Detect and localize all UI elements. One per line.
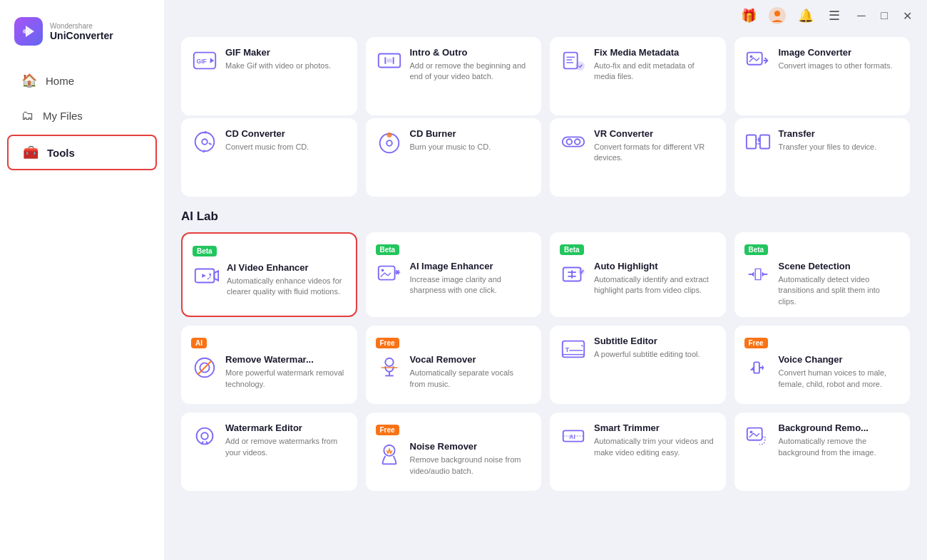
subtitle-editor-desc: A powerful subtitle editing tool. [594,349,716,360]
tool-ai-image-enhancer[interactable]: Beta AI Image Enhancer [366,232,542,317]
vr-converter-icon [560,128,587,155]
maximize-button[interactable]: □ [876,7,893,24]
voice-changer-desc: Convert human voices to male, female, ch… [779,368,901,390]
svg-point-17 [567,139,573,145]
tool-voice-changer[interactable]: Free Voice Changer Convert human voices … [734,326,911,404]
fix-metadata-icon [560,47,587,74]
tool-ai-video-enhancer[interactable]: Beta AI Video Enhancer Automatica [181,232,357,317]
scene-detection-title: Scene Detection [779,261,901,271]
ai-video-enhancer-desc: Automatically enhance videos for clearer… [227,276,346,298]
cd-burner-desc: Burn your music to CD. [410,142,532,152]
cd-converter-title: CD Converter [225,128,347,139]
tool-smart-trimmer[interactable]: AI Smart Trimmer Automatically trim your… [550,413,726,491]
svg-point-39 [749,431,752,434]
nav-tools[interactable]: 🧰 Tools [7,135,157,170]
svg-point-33 [197,428,213,445]
svg-rect-7 [386,58,392,63]
files-icon: 🗂 [21,108,34,123]
auto-highlight-desc: Automatically identify and extract highl… [594,274,716,296]
tool-noise-remover[interactable]: Free Noise Remover Remove backgro [366,413,542,491]
tool-fix-metadata[interactable]: Fix Media Metadata Auto-fix and edit met… [550,37,726,115]
svg-point-22 [209,274,211,276]
svg-point-34 [201,432,208,440]
nav-home-label: Home [46,75,74,87]
ai-lab-grid-row2: AI Remove Watermar... More powerful wate… [181,326,910,404]
svg-rect-32 [754,363,759,373]
brand-label: Wondershare [50,22,113,30]
svg-point-29 [385,358,393,366]
home-icon: 🏠 [21,73,37,88]
user-icon[interactable] [767,6,787,26]
ai-video-enhancer-icon [193,262,220,289]
transfer-desc: Transfer your files to device. [779,142,901,152]
ai-image-enhancer-title: AI Image Enhancer [410,261,532,271]
nav-home[interactable]: 🏠 Home [7,64,157,97]
noise-remover-title: Noise Remover [410,441,532,452]
tool-vr-converter[interactable]: VR Converter Convert formats for differe… [550,118,726,197]
gif-maker-title: GIF Maker [225,47,347,58]
smart-trimmer-icon: AI [560,422,587,450]
svg-point-18 [575,139,580,145]
close-button[interactable]: ✕ [898,7,916,24]
smart-trimmer-desc: Automatically trim your videos and make … [594,436,716,458]
tool-image-converter[interactable]: Image Converter Convert images to other … [734,37,911,115]
tool-vocal-remover[interactable]: Free Vocal Remover Automatically [366,326,542,404]
noise-remover-badge: Free [376,425,399,435]
tools-grid-row1: GIF GIF Maker Make Gif with video or pho… [181,37,910,115]
tool-scene-detection[interactable]: Beta Scene Detection Automaticall [734,232,911,317]
svg-point-1 [23,29,27,33]
tool-remove-watermark[interactable]: AI Remove Watermar... More powerful wate… [181,326,357,404]
image-converter-desc: Convert images to other formats. [779,61,901,71]
subtitle-editor-title: Subtitle Editor [594,336,716,346]
scene-detection-desc: Automatically detect video transitions a… [779,274,901,307]
tool-cd-burner[interactable]: CD Burner Burn your music to CD. [366,118,542,197]
ai-lab-grid-row1: Beta AI Video Enhancer Automatica [181,232,910,317]
nav-files-label: My Files [43,110,83,122]
vocal-remover-title: Vocal Remover [410,354,532,365]
scene-detection-icon [744,261,772,288]
svg-point-9 [576,62,584,70]
auto-highlight-badge: Beta [560,244,584,255]
gift-icon[interactable]: 🎁 [739,6,759,26]
gif-maker-icon: GIF [191,47,218,74]
vr-converter-desc: Convert formats for different VR devices… [594,142,716,164]
auto-highlight-icon [560,261,587,288]
tool-auto-highlight[interactable]: Beta Auto Highlight [550,232,726,317]
svg-text:AI: AI [569,433,575,440]
remove-watermark-title: Remove Watermar... [225,354,347,365]
vocal-remover-icon [376,354,403,381]
fix-metadata-title: Fix Media Metadata [594,47,716,58]
tool-background-remove[interactable]: Background Remo... Automatically remove … [734,413,911,491]
minimize-button[interactable]: ─ [853,7,870,24]
auto-highlight-title: Auto Highlight [594,261,716,271]
tool-subtitle-editor[interactable]: T Subtitle Editor A powerful subtitle ed… [550,326,726,404]
tool-intro-outro[interactable]: Intro & Outro Add or remove the beginnin… [366,37,542,115]
image-converter-title: Image Converter [779,47,901,58]
intro-outro-icon [376,47,403,74]
tool-gif-maker[interactable]: GIF GIF Maker Make Gif with video or pho… [181,37,357,115]
voice-changer-title: Voice Changer [779,354,901,365]
smart-trimmer-title: Smart Trimmer [594,422,716,433]
transfer-title: Transfer [779,128,901,139]
nav-tools-label: Tools [47,147,75,159]
tool-watermark-editor[interactable]: Watermark Editor Add or remove watermark… [181,413,357,491]
ai-image-enhancer-badge: Beta [376,244,400,255]
svg-rect-23 [378,266,394,280]
cd-burner-icon [376,128,403,155]
tool-cd-converter[interactable]: CD Converter Convert music from CD. [181,118,357,197]
remove-watermark-icon [191,354,218,381]
voice-changer-badge: Free [744,338,768,348]
svg-point-12 [195,133,215,152]
ai-image-enhancer-desc: Increase image clarity and sharpness wit… [410,274,532,296]
scene-detection-badge: Beta [744,244,769,255]
voice-changer-icon [744,354,772,381]
svg-rect-20 [759,135,769,149]
menu-icon[interactable]: ☰ [824,6,844,26]
svg-point-13 [202,139,208,145]
bell-icon[interactable]: 🔔 [796,6,816,26]
tool-transfer[interactable]: Transfer Transfer your files to device. [734,118,911,197]
nav-my-files[interactable]: 🗂 My Files [7,100,157,132]
app-logo-icon [14,17,43,46]
sidebar: Wondershare UniConverter 🏠 Home 🗂 My Fil… [0,0,164,560]
noise-remover-icon [376,441,403,468]
